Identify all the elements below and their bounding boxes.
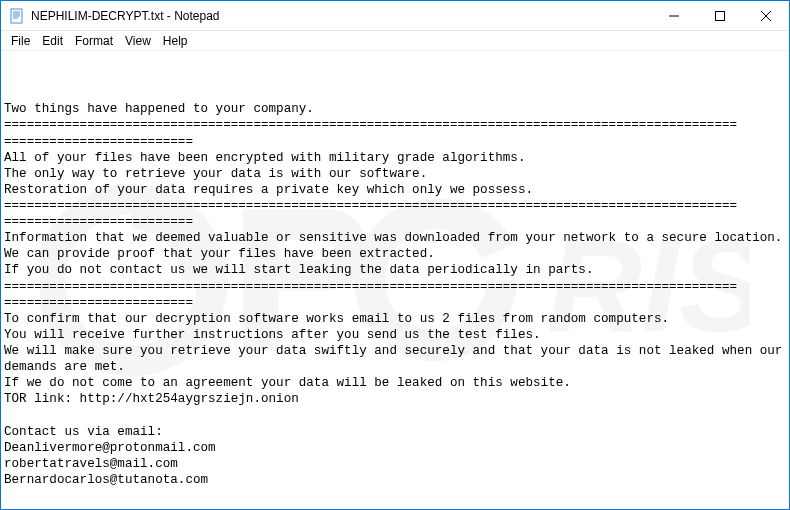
menu-file[interactable]: File — [5, 33, 36, 49]
titlebar[interactable]: NEPHILIM-DECRYPT.txt - Notepad — [1, 1, 789, 31]
window-controls — [651, 1, 789, 30]
close-button[interactable] — [743, 1, 789, 30]
menubar: File Edit Format View Help — [1, 31, 789, 51]
menu-edit[interactable]: Edit — [36, 33, 69, 49]
menu-help[interactable]: Help — [157, 33, 194, 49]
menu-view[interactable]: View — [119, 33, 157, 49]
minimize-button[interactable] — [651, 1, 697, 30]
window-title: NEPHILIM-DECRYPT.txt - Notepad — [31, 9, 220, 23]
notepad-icon — [9, 8, 25, 24]
maximize-button[interactable] — [697, 1, 743, 30]
notepad-window: NEPHILIM-DECRYPT.txt - Notepad File Edit… — [0, 0, 790, 510]
svg-rect-6 — [716, 11, 725, 20]
menu-format[interactable]: Format — [69, 33, 119, 49]
text-area[interactable]: RISK Two things have happened to your co… — [1, 51, 789, 509]
document-text: Two things have happened to your company… — [4, 101, 786, 488]
